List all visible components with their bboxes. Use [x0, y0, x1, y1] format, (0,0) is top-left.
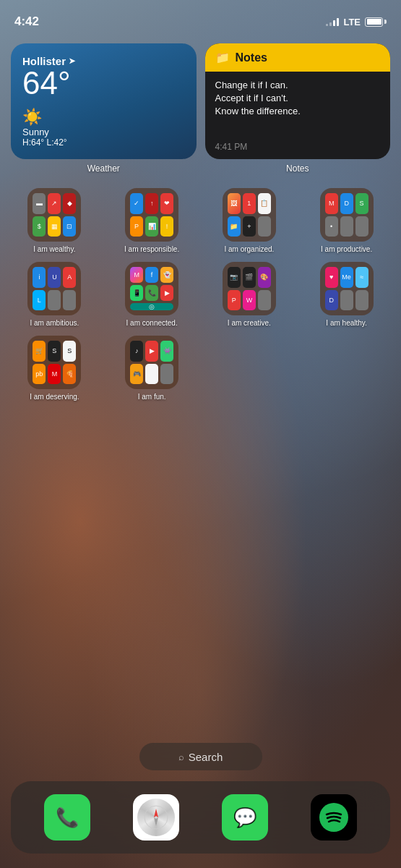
- dock-safari-button[interactable]: [133, 794, 179, 841]
- app-row-3: 🛒 S S pb M 🍕 I am deserving. ♪ ▶ 👾 🎮 I a…: [6, 336, 395, 401]
- app-icon: 🖼: [228, 193, 241, 214]
- compass-svg: [143, 804, 169, 830]
- spotify-icon: [319, 803, 348, 832]
- weather-sun-icon: ☀️: [22, 108, 185, 127]
- app-icon: 📱: [130, 285, 143, 301]
- app-icon: 1: [243, 193, 256, 214]
- folder-productive[interactable]: M D S • I am productive.: [307, 188, 387, 253]
- app-icon: U: [48, 267, 61, 288]
- folder-creative[interactable]: 📷 🎬 🎨 P W I am creative.: [210, 262, 289, 327]
- empty-slot-1: [210, 336, 289, 401]
- status-icons: LTE: [326, 17, 387, 27]
- weather-widget-label: Weather: [11, 163, 197, 174]
- app-icon: •: [325, 216, 338, 237]
- search-label: Search: [189, 751, 223, 763]
- app-icon: 🎬: [243, 267, 256, 288]
- folder-responsible[interactable]: ✓ ↑ ❤ P 📊 ! I am responsible.: [112, 188, 191, 253]
- folder-wealthy[interactable]: ▬ ↗ ◆ $ ▦ ⊡ I am wealthy.: [14, 188, 94, 253]
- app-icon: +: [243, 216, 256, 237]
- folder-label: I am responsible.: [124, 245, 179, 253]
- folder-organized[interactable]: 🖼 1 📋 📁 + I am organized.: [210, 188, 289, 253]
- notes-widget[interactable]: 📁 Notes Change it if I can. Accept it if…: [205, 43, 391, 159]
- folder-label: I am healthy.: [326, 319, 367, 327]
- app-row-2: i U A L I am ambitious. M f 👻 📱 📞 ▶ ◎ I …: [6, 262, 395, 327]
- app-icon: ↑: [145, 193, 158, 214]
- notes-title: Notes: [236, 51, 267, 64]
- app-icon: [145, 364, 158, 385]
- search-icon: ⌕: [178, 752, 184, 762]
- signal-bar-3: [333, 20, 335, 26]
- weather-widget[interactable]: Hollister ➤ 64° ☀️ Sunny H:64° L:42°: [11, 43, 197, 159]
- folder-label: I am wealthy.: [33, 245, 75, 253]
- dock-spotify-button[interactable]: [311, 794, 357, 841]
- dock-phone-button[interactable]: 📞: [44, 794, 90, 841]
- app-icon: f: [145, 267, 158, 283]
- app-icon: ▦: [48, 216, 61, 237]
- app-icon: M: [48, 364, 61, 385]
- app-icon: Me: [340, 267, 353, 288]
- app-icon: [340, 290, 353, 311]
- app-icon: [355, 216, 368, 237]
- status-bar: 4:42 LTE: [0, 0, 401, 36]
- app-icon: ✓: [130, 193, 143, 214]
- app-row-1: ▬ ↗ ◆ $ ▦ ⊡ I am wealthy. ✓ ↑ ❤ P 📊 ! I …: [6, 188, 395, 253]
- folder-label: I am productive.: [321, 245, 372, 253]
- app-icon: S: [355, 193, 368, 214]
- phone-icon: 📞: [56, 807, 79, 829]
- app-grid: ▬ ↗ ◆ $ ▦ ⊡ I am wealthy. ✓ ↑ ❤ P 📊 ! I …: [6, 188, 395, 409]
- dock-messages-button[interactable]: 💬: [222, 794, 268, 841]
- app-icon: 📋: [258, 193, 271, 214]
- app-icon: $: [33, 216, 46, 237]
- folder-connected[interactable]: M f 👻 📱 📞 ▶ ◎ I am connected.: [112, 262, 191, 327]
- folder-label: I am fun.: [138, 393, 166, 401]
- app-icon: ↗: [48, 193, 61, 214]
- app-icon: W: [243, 290, 256, 311]
- svg-marker-1: [154, 809, 158, 817]
- notes-time: 4:41 PM: [215, 142, 381, 152]
- signal-bar-4: [337, 18, 339, 26]
- app-icon: S: [48, 341, 61, 362]
- app-icon: P: [228, 290, 241, 311]
- notes-widget-col: 📁 Notes Change it if I can. Accept it if…: [205, 43, 391, 174]
- folder-label: I am deserving.: [30, 393, 79, 401]
- app-icon: !: [160, 216, 173, 237]
- empty-slot-2: [307, 336, 387, 401]
- battery-icon: [365, 17, 387, 27]
- folder-ambitious[interactable]: i U A L I am ambitious.: [14, 262, 94, 327]
- app-icon: [355, 290, 368, 311]
- weather-temp: 64°: [22, 67, 185, 99]
- dock: 📞 💬: [11, 781, 390, 854]
- app-icon: 🛒: [33, 341, 46, 362]
- app-icon: D: [325, 290, 338, 311]
- notes-folder-icon: 📁: [215, 51, 230, 64]
- app-icon: 📷: [228, 267, 241, 288]
- app-icon: i: [33, 267, 46, 288]
- weather-high-low: H:64° L:42°: [22, 137, 185, 148]
- app-icon: ◎: [130, 303, 173, 310]
- notes-widget-label: Notes: [205, 163, 391, 174]
- notes-text: Change it if I can. Accept it if I can't…: [215, 79, 381, 119]
- app-icon: 📞: [145, 285, 158, 301]
- app-icon: ♥: [325, 267, 338, 288]
- weather-widget-col: Hollister ➤ 64° ☀️ Sunny H:64° L:42° Wea…: [11, 43, 197, 174]
- safari-compass-icon: [137, 799, 175, 836]
- folder-fun[interactable]: ♪ ▶ 👾 🎮 I am fun.: [112, 336, 191, 401]
- app-icon: ≈: [355, 267, 368, 288]
- lte-label: LTE: [343, 17, 361, 27]
- app-icon: 👾: [160, 341, 173, 362]
- app-icon: [63, 290, 76, 311]
- app-icon: P: [130, 216, 143, 237]
- search-bar[interactable]: ⌕ Search: [139, 743, 262, 770]
- folder-label: I am organized.: [224, 245, 274, 253]
- folder-label: I am creative.: [228, 319, 271, 327]
- folder-label: I am connected.: [126, 319, 178, 327]
- app-icon: S: [63, 341, 76, 362]
- messages-icon: 💬: [233, 807, 256, 829]
- app-icon: 🍕: [63, 364, 76, 385]
- app-icon: 📊: [145, 216, 158, 237]
- weather-condition: Sunny: [22, 127, 185, 137]
- app-icon: 🎮: [130, 364, 143, 385]
- folder-deserving[interactable]: 🛒 S S pb M 🍕 I am deserving.: [14, 336, 94, 401]
- app-icon: [340, 216, 353, 237]
- folder-healthy[interactable]: ♥ Me ≈ D I am healthy.: [307, 262, 387, 327]
